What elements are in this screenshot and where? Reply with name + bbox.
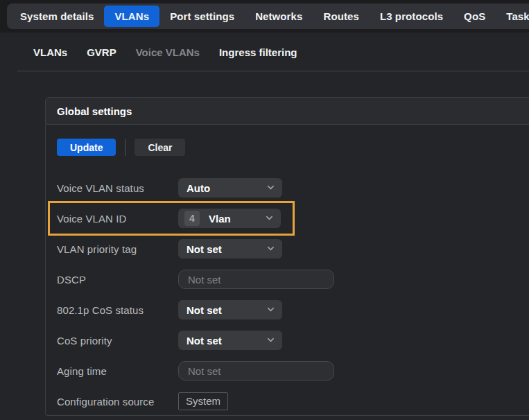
row-voice-vlan-status: Voice VLAN status Auto (57, 178, 529, 198)
vlan-priority-tag-value: Not set (187, 243, 222, 255)
voice-vlan-status-value: Auto (187, 182, 210, 194)
row-dscp: DSCP (57, 270, 529, 289)
dscp-input[interactable] (178, 270, 334, 289)
voice-vlan-id-value: Vlan (209, 213, 231, 225)
tab-task-queue[interactable]: Task queue (496, 6, 529, 27)
cos-priority-value: Not set (187, 335, 222, 347)
vlan-priority-tag-label: VLAN priority tag (57, 243, 178, 255)
voice-vlan-id-select[interactable]: 4 Vlan (178, 209, 281, 228)
clear-button[interactable]: Clear (135, 139, 185, 156)
top-navigation: System details VLANs Port settings Netwo… (7, 3, 529, 29)
aging-time-label: Aging time (57, 365, 178, 377)
voice-vlan-status-label: Voice VLAN status (57, 182, 178, 194)
global-settings-panel-body: Update Clear Voice VLAN status Auto Voic… (45, 125, 529, 416)
tab-networks[interactable]: Networks (245, 6, 313, 27)
vlan-id-badge: 4 (184, 211, 200, 226)
tab-vlans[interactable]: VLANs (104, 6, 159, 27)
chevron-down-icon (267, 184, 275, 191)
row-configuration-source: Configuration source System (57, 392, 529, 411)
row-vlan-priority-tag: VLAN priority tag Not set (57, 239, 529, 259)
voice-vlan-id-label: Voice VLAN ID (57, 213, 178, 225)
cos-status-select[interactable]: Not set (178, 300, 282, 320)
aging-time-input[interactable] (178, 361, 334, 380)
chevron-down-icon (266, 214, 273, 222)
tab-routes[interactable]: Routes (313, 6, 369, 27)
button-divider (125, 139, 125, 156)
cos-status-label: 802.1p CoS status (57, 304, 178, 316)
dscp-label: DSCP (57, 274, 178, 286)
subnav-divider (17, 71, 529, 71)
voice-vlan-status-select[interactable]: Auto (178, 178, 282, 198)
row-aging-time: Aging time (57, 361, 529, 380)
tab-l3-protocols[interactable]: L3 protocols (370, 6, 453, 27)
row-cos-priority: CoS priority Not set (57, 331, 529, 350)
chevron-down-icon (267, 306, 275, 313)
cos-status-value: Not set (187, 304, 222, 316)
sub-navigation: VLANs GVRP Voice VLANs Ingress filtering (0, 33, 529, 71)
update-button[interactable]: Update (57, 139, 116, 156)
cos-priority-select[interactable]: Not set (178, 331, 282, 350)
subtab-gvrp[interactable]: GVRP (77, 46, 126, 58)
subtab-ingress-filtering[interactable]: Ingress filtering (209, 46, 307, 58)
tab-port-settings[interactable]: Port settings (159, 6, 245, 27)
tab-system-details[interactable]: System details (10, 6, 104, 27)
subtab-vlans[interactable]: VLANs (24, 46, 77, 58)
action-buttons-row: Update Clear (57, 139, 529, 156)
global-settings-panel-header: Global settings (45, 97, 529, 125)
chevron-down-icon (267, 245, 275, 252)
subtab-voice-vlans[interactable]: Voice VLANs (126, 46, 209, 58)
configuration-source-label: Configuration source (57, 396, 178, 408)
configuration-source-value: System (178, 392, 228, 410)
cos-priority-label: CoS priority (57, 335, 178, 347)
tab-qos[interactable]: QoS (453, 6, 496, 27)
chevron-down-icon (267, 336, 275, 344)
panel-title: Global settings (57, 105, 132, 117)
row-cos-status: 802.1p CoS status Not set (57, 300, 529, 320)
vlan-priority-tag-select[interactable]: Not set (178, 239, 282, 259)
header-strip: System details VLANs Port settings Netwo… (0, 0, 529, 33)
row-voice-vlan-id: Voice VLAN ID 4 Vlan (57, 209, 529, 228)
